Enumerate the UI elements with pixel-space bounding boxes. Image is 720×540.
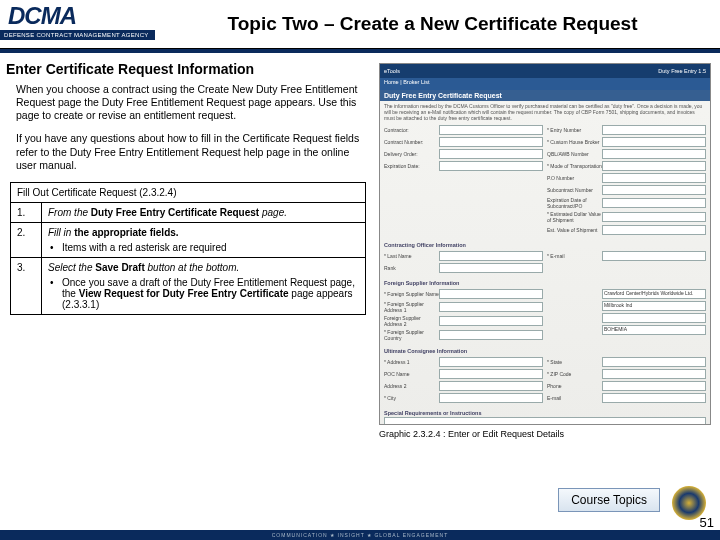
logo-block: DCMA DEFENSE CONTRACT MANAGEMENT AGENCY (0, 0, 155, 48)
ss-field-input: Millbrook Ind (602, 301, 706, 311)
ss-textarea (384, 417, 706, 425)
ss-field-input (602, 357, 706, 367)
ss-field-label: Delivery Order: (384, 151, 439, 157)
ss-field-input (439, 357, 543, 367)
ss-field-label: * Custom House Broker (547, 139, 602, 145)
ss-field-input (602, 369, 706, 379)
intro-para-2: If you have any questions about how to f… (16, 132, 371, 171)
ss-field-input (602, 251, 706, 261)
logo-subtitle: DEFENSE CONTRACT MANAGEMENT AGENCY (0, 30, 155, 40)
ss-field-input (602, 198, 706, 208)
ss-field-input (439, 393, 543, 403)
ss-field-label: Est. Value of Shipment (547, 227, 602, 233)
ss-field-input (439, 263, 543, 273)
ss-field-label: E-mail (547, 395, 602, 401)
ss-field-input (439, 381, 543, 391)
page-number: 51 (700, 515, 714, 530)
ss-section-fs: Foreign Supplier Information (380, 280, 710, 286)
ss-field-label: * Last Name (384, 253, 439, 259)
ss-field-input (439, 149, 543, 159)
ss-field-label: Contract Number: (384, 139, 439, 145)
ss-field-label: * Foreign Supplier Name (384, 291, 439, 297)
logo: DCMA (0, 0, 155, 30)
step-text: Fill in the appropriate fields. Items wi… (42, 222, 366, 257)
ss-field-input (602, 125, 706, 135)
ss-field-label: * Address 1 (384, 359, 439, 365)
ss-field-label: Foreign Supplier Address 2 (384, 315, 439, 327)
ss-field-input (602, 212, 706, 222)
step-num: 3. (11, 257, 42, 314)
ss-field-label: Contractor: (384, 127, 439, 133)
course-topics-button[interactable]: Course Topics (558, 488, 660, 512)
ss-field-label: * Entry Number (547, 127, 602, 133)
ss-section-co: Contracting Officer Information (380, 242, 710, 248)
table-row: 3. Select the Save Draft button at the b… (11, 257, 366, 314)
ss-field-input (439, 302, 543, 312)
ss-field-label: P.O Number (547, 175, 602, 181)
ss-field-input (602, 137, 706, 147)
footer-text: COMMUNICATION ★ INSIGHT ★ GLOBAL ENGAGEM… (272, 532, 448, 538)
ss-field-label: * State (547, 359, 602, 365)
ss-field-label: Expiration Date: (384, 163, 439, 169)
content: Enter Certificate Request Information Wh… (0, 53, 720, 443)
ss-field-input (439, 137, 543, 147)
ss-field-input (602, 381, 706, 391)
form-screenshot: eTools Duty Free Entry 1.5 Home | Broker… (379, 63, 711, 425)
step-bullet: Once you save a draft of the Duty Free E… (48, 277, 359, 310)
ss-field-label: * E-mail (547, 253, 602, 259)
ss-field-label: * Mode of Transportation (547, 163, 602, 169)
table-row: 1. From the Duty Free Entry Certificate … (11, 202, 366, 222)
right-column: eTools Duty Free Entry 1.5 Home | Broker… (379, 59, 709, 439)
ss-field-input (439, 330, 543, 340)
ss-field-input (602, 173, 706, 183)
ss-section-sr: Special Requirements or Instructions (380, 410, 710, 416)
ss-field-label: Rank (384, 265, 439, 271)
ss-field-input (439, 161, 543, 171)
graphic-caption: Graphic 2.3.2.4 : Enter or Edit Request … (379, 429, 709, 439)
ss-field-label: Address 2 (384, 383, 439, 389)
step-bullet: Items with a red asterisk are required (48, 242, 359, 253)
ss-field-label: * ZIP Code (547, 371, 602, 377)
header: DCMA DEFENSE CONTRACT MANAGEMENT AGENCY … (0, 0, 720, 49)
ss-field-label: POC Name (384, 371, 439, 377)
ss-field-input (439, 289, 543, 299)
ss-field-label: * Estimated Dollar Value of Shipment (547, 211, 602, 223)
ss-title: Duty Free Entry Certificate Request (380, 90, 710, 101)
ss-field-input: BOHEMIA (602, 325, 706, 335)
topic-title: Topic Two – Create a New Certificate Req… (155, 13, 720, 35)
footer: COMMUNICATION ★ INSIGHT ★ GLOBAL ENGAGEM… (0, 530, 720, 540)
ss-field-label: QBL/AWB Number (547, 151, 602, 157)
ss-field-label: Subcontract Number (547, 187, 602, 193)
ss-field-input (439, 125, 543, 135)
ss-field-input (602, 161, 706, 171)
steps-table: Fill Out Certificate Request (2.3.2.4) 1… (10, 182, 366, 315)
ss-field-label: Expiration Date of Subcontract/PO (547, 197, 602, 209)
ss-tabs: Home | Broker List (380, 78, 710, 90)
ss-field-label: * Foreign Supplier Country (384, 329, 439, 341)
intro-para-1: When you choose a contract using the Cre… (16, 83, 371, 122)
step-num: 2. (11, 222, 42, 257)
ss-section-uc: Ultimate Consignee Information (380, 348, 710, 354)
ss-field-input (602, 313, 706, 323)
ss-app: eTools (384, 68, 400, 74)
ss-field-input (602, 393, 706, 403)
ss-field-label: Phone (547, 383, 602, 389)
ss-field-label: * City (384, 395, 439, 401)
ss-field-input: Crawford Center/Hybrids Worldwide Ltd. (602, 289, 706, 299)
steps-header: Fill Out Certificate Request (2.3.2.4) (11, 182, 366, 202)
ss-field-input (602, 185, 706, 195)
left-column: Enter Certificate Request Information Wh… (6, 59, 379, 439)
ss-app-right: Duty Free Entry 1.5 (658, 68, 706, 74)
section-title: Enter Certificate Request Information (6, 61, 371, 77)
step-text: Select the Save Draft button at the bott… (42, 257, 366, 314)
table-row: 2. Fill in the appropriate fields. Items… (11, 222, 366, 257)
ss-note: The information needed by the DCMA Custo… (380, 101, 710, 123)
ss-field-input (602, 225, 706, 235)
step-num: 1. (11, 202, 42, 222)
ss-field-input (439, 369, 543, 379)
step-text: From the Duty Free Entry Certificate Req… (42, 202, 366, 222)
ss-field-label: * Foreign Supplier Address 1 (384, 301, 439, 313)
ss-field-input (602, 149, 706, 159)
ss-field-input (439, 316, 543, 326)
ss-field-input (439, 251, 543, 261)
